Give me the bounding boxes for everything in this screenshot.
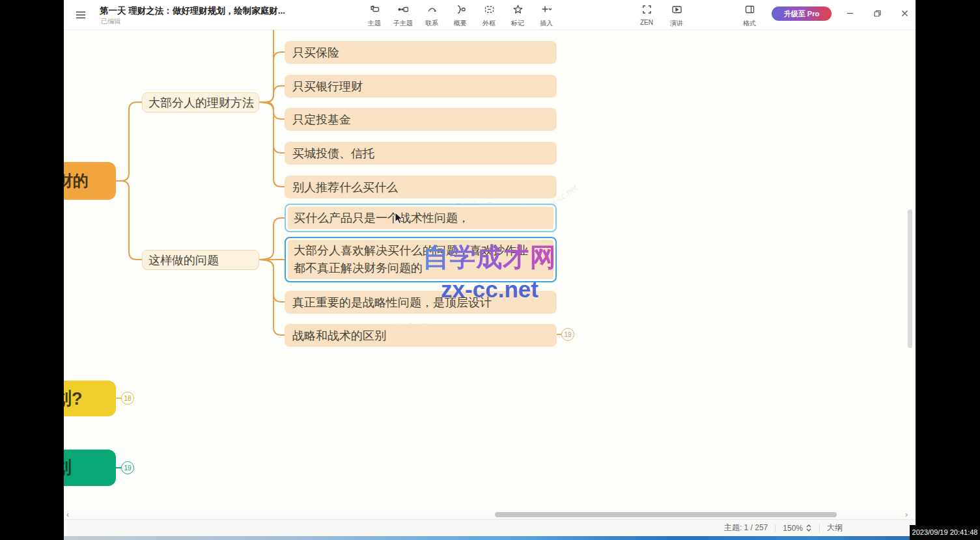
count-badge-yellow[interactable]: 18 (121, 392, 134, 405)
branch-node-label: 这样做的问题 (148, 252, 219, 268)
side-node-label: 划? (64, 387, 83, 411)
topic-label: 主题 (368, 19, 381, 28)
format-panel-icon (744, 4, 755, 18)
child-node[interactable]: 买城投债、信托 (285, 142, 557, 165)
insert-plus-icon (541, 4, 552, 18)
relation-button[interactable]: 联系 (419, 4, 444, 28)
root-node-label: 财的 (64, 170, 89, 191)
child-node-label: 真正重要的是战略性问题，是顶层设计 (292, 295, 492, 310)
insert-button[interactable]: 插入 (534, 4, 559, 28)
format-button[interactable]: 格式 (737, 4, 762, 28)
taskbar-edge-strip (64, 536, 916, 540)
recording-timestamp: 2023/09/19 20:41:48 (910, 525, 980, 540)
play-icon (671, 4, 682, 18)
subtopic-button[interactable]: 子主题 (391, 4, 415, 28)
relation-label: 联系 (425, 19, 438, 28)
document-edit-state: 已编辑 (101, 17, 120, 26)
child-node-label: 只买银行理财 (292, 79, 363, 94)
horizontal-scrollbar[interactable]: ‹ › (64, 510, 916, 519)
status-bar: 主题: 1 / 257 150% 大纲 (64, 519, 916, 536)
child-node-label: 只买保险 (292, 45, 339, 61)
document-title: 第一天 理财之法：做好理财规划，绘制家庭财... (100, 5, 285, 17)
toolbar-right: ZEN 演讲 (634, 4, 689, 28)
branch-node-label: 大部分人的理财方法 (148, 95, 254, 111)
restore-button[interactable] (867, 0, 887, 26)
child-node[interactable]: 真正重要的是战略性问题，是顶层设计 (285, 291, 557, 314)
relation-icon (427, 4, 438, 18)
title-bar: 第一天 理财之法：做好理财规划，绘制家庭财... 已编辑 主题 子主题 联系 (64, 0, 916, 30)
child-node-label: 买什么产品只是一个战术性问题， (294, 210, 469, 226)
statusbar-divider (819, 524, 820, 532)
subtopic-label: 子主题 (393, 19, 413, 28)
child-node[interactable]: 战略和战术的区别 (285, 324, 557, 347)
topic-button[interactable]: 主题 (362, 4, 387, 28)
topic-counter: 主题: 1 / 257 (724, 522, 768, 533)
child-node[interactable]: 只买保险 (285, 41, 557, 64)
app-window: 第一天 理财之法：做好理财规划，绘制家庭财... 已编辑 主题 子主题 联系 (64, 0, 916, 540)
minimize-button[interactable] (840, 0, 860, 26)
child-node-selected[interactable]: 买什么产品只是一个战术性问题， (285, 204, 557, 232)
zen-brackets-icon (641, 4, 652, 18)
subtopic-icon (398, 4, 409, 18)
zen-label: ZEN (640, 19, 653, 26)
mindmap-root-node[interactable]: 财的 (64, 162, 116, 200)
close-button[interactable] (895, 0, 914, 26)
outline-button[interactable]: 大纲 (827, 522, 843, 533)
scroll-right-arrow[interactable]: › (905, 510, 908, 519)
upgrade-pro-button[interactable]: 升级至 Pro (772, 7, 832, 21)
count-badge-green[interactable]: 19 (121, 461, 134, 474)
boundary-label: 外框 (483, 19, 496, 28)
child-node-label: 战略和战术的区别 (292, 328, 386, 344)
child-node[interactable]: 别人推荐什么买什么 (285, 176, 557, 198)
marker-label: 标记 (511, 19, 524, 28)
format-label: 格式 (743, 19, 756, 28)
present-button[interactable]: 演讲 (664, 4, 689, 28)
child-node[interactable]: 只定投基金 (285, 108, 557, 131)
side-node-green[interactable]: 划 (64, 450, 116, 486)
child-node-selected[interactable]: 大部分人喜欢解决买什么的问题，喜欢抄作业 都不真正解决财务问题的 (285, 237, 557, 282)
side-node-yellow[interactable]: 划? (64, 381, 116, 416)
marker-button[interactable]: 标记 (505, 4, 530, 28)
hamburger-menu-icon[interactable] (74, 8, 87, 21)
horizontal-scrollbar-thumb[interactable] (495, 512, 837, 517)
zen-mode-button[interactable]: ZEN (634, 4, 659, 28)
boundary-icon (484, 4, 495, 18)
summary-count-badge[interactable]: 19 (561, 328, 574, 341)
child-node-label: 别人推荐什么买什么 (292, 180, 398, 195)
statusbar-divider (775, 524, 776, 532)
boundary-button[interactable]: 外框 (477, 4, 501, 28)
branch-node-problems[interactable]: 这样做的问题 (142, 250, 259, 270)
toolbar-center: 主题 子主题 联系 概要 (362, 4, 559, 28)
child-node[interactable]: 只买银行理财 (285, 75, 557, 98)
topic-icon (369, 4, 380, 18)
insert-label: 插入 (540, 19, 553, 28)
vertical-scrollbar-thumb[interactable] (908, 209, 912, 348)
present-label: 演讲 (670, 19, 683, 28)
child-node-label: 大部分人喜欢解决买什么的问题，喜欢抄作业 都不真正解决财务问题的 (294, 242, 528, 277)
marker-star-icon (512, 4, 524, 18)
child-node-label: 只定投基金 (292, 112, 351, 128)
summary-label: 概要 (454, 19, 467, 28)
summary-icon (455, 4, 466, 18)
side-node-label: 划 (64, 456, 72, 479)
zoom-level: 150% (783, 524, 803, 533)
branch-node-methods[interactable]: 大部分人的理财方法 (142, 92, 259, 113)
summary-button[interactable]: 概要 (448, 4, 473, 28)
zoom-stepper-icon (805, 524, 812, 532)
mindmap-canvas[interactable]: 自学成才网 zx-cc.net zx-cc.net 自学成才网 zx-cc.ne… (64, 30, 916, 510)
zoom-control[interactable]: 150% (783, 524, 812, 533)
scroll-left-arrow[interactable]: ‹ (66, 510, 69, 519)
child-node-label: 买城投债、信托 (292, 146, 374, 161)
